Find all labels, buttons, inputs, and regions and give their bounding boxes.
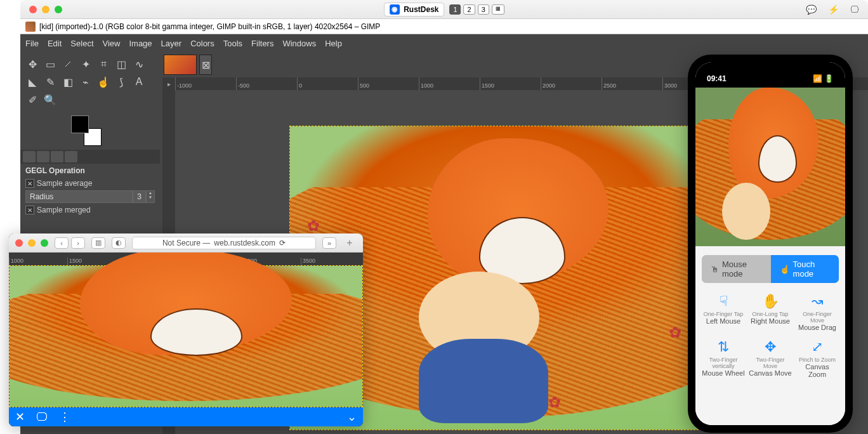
- text-tool-icon[interactable]: A: [131, 74, 147, 90]
- lasso-tool-icon[interactable]: ⟋: [60, 56, 76, 72]
- bolt-icon[interactable]: ⚡: [828, 4, 839, 15]
- gesture-canvas-zoom: ⤢ Pinch to Zoom Canvas Zoom: [796, 338, 839, 378]
- app-title: ◉ RustDesk: [384, 3, 444, 16]
- minimize-window-button[interactable]: [42, 6, 49, 13]
- browser-minimize-button[interactable]: [28, 239, 36, 247]
- menu-edit[interactable]: Edit: [48, 39, 62, 48]
- radius-value[interactable]: 3: [133, 190, 146, 203]
- tab-tool-options[interactable]: [23, 151, 36, 162]
- address-bar[interactable]: Not Secure — web.rustdesk.com ⟳: [132, 237, 316, 249]
- image-tab-close[interactable]: ⊠: [199, 55, 212, 75]
- warp-tool-icon[interactable]: ∿: [131, 56, 147, 72]
- radius-label: Radius: [25, 190, 133, 203]
- close-option-icon[interactable]: ✕: [25, 179, 34, 188]
- mouse-mode-button[interactable]: 🖱 Mouse mode: [702, 255, 771, 283]
- picker-tool-icon[interactable]: ✐: [24, 91, 41, 108]
- menu-image[interactable]: Image: [129, 39, 152, 48]
- desktop-1[interactable]: 1: [449, 4, 461, 15]
- zoom-tool-icon[interactable]: 🔍: [42, 91, 58, 108]
- close-option-icon-2[interactable]: ✕: [25, 206, 34, 214]
- rect-select-tool-icon[interactable]: ▭: [42, 56, 58, 72]
- address-prefix: Not Secure —: [162, 239, 210, 247]
- gimp-title-text: [kid] (imported)-1.0 (RGB color 8-bit ga…: [39, 22, 380, 31]
- gesture-mouse-wheel: ⇅ Two-Finger vertically Mouse Wheel: [702, 338, 745, 378]
- move-tool-icon[interactable]: ✥: [24, 56, 41, 72]
- tab-device-status[interactable]: [37, 151, 49, 162]
- display-icon[interactable]: 🖵: [850, 4, 859, 15]
- browser-close-button[interactable]: [15, 239, 23, 247]
- drag-icon: ↝: [796, 292, 839, 311]
- phone-mockup: 09:41 📶 🔋 🖱 Mouse mode ☝ Touch mode: [688, 55, 853, 433]
- input-mode-toggle[interactable]: 🖱 Mouse mode ☝ Touch mode: [702, 255, 839, 283]
- macos-titlebar: ◉ RustDesk 1 2 3 ▦ 💬 ⚡ 🖵: [20, 0, 868, 19]
- remote-collapse-icon[interactable]: ⌄: [347, 410, 357, 424]
- menu-tools[interactable]: Tools: [223, 39, 242, 48]
- maximize-window-button[interactable]: [55, 6, 62, 13]
- pan-icon: ✥: [749, 338, 792, 357]
- desktop-overview[interactable]: ▦: [492, 4, 504, 15]
- menu-colors[interactable]: Colors: [190, 39, 214, 48]
- tabs-overview-icon[interactable]: »: [322, 237, 336, 249]
- ruler-corner[interactable]: ▸: [162, 77, 175, 90]
- fg-color-swatch[interactable]: [71, 115, 89, 133]
- menu-file[interactable]: File: [25, 39, 39, 48]
- browser-maximize-button[interactable]: [41, 239, 48, 247]
- crop-tool-icon[interactable]: ⌗: [95, 56, 112, 72]
- tab-undo-history[interactable]: [51, 151, 63, 162]
- phone-status-icons: 📶 🔋: [813, 74, 834, 83]
- menu-select[interactable]: Select: [70, 39, 93, 48]
- gimp-titlebar: [kid] (imported)-1.0 (RGB color 8-bit ga…: [20, 19, 868, 34]
- browser-back-button[interactable]: ‹: [55, 237, 69, 249]
- tab-images[interactable]: [65, 151, 77, 162]
- phone-remote-view[interactable]: [695, 88, 845, 246]
- path-tool-icon[interactable]: ⟆: [113, 74, 129, 90]
- menu-view[interactable]: View: [103, 39, 121, 48]
- transform-tool-icon[interactable]: ◫: [113, 56, 129, 72]
- desktop-switcher[interactable]: 1 2 3 ▦: [449, 4, 504, 15]
- touch-mode-button[interactable]: ☝ Touch mode: [771, 255, 839, 283]
- menu-filters[interactable]: Filters: [251, 39, 273, 48]
- clone-tool-icon[interactable]: ⌁: [77, 74, 94, 90]
- option-sample-average[interactable]: ✕ Sample average: [20, 178, 160, 189]
- browser-viewport[interactable]: 1000 1500 2000 2500 3000 3500 ✕ 🖵 ⋮ ⌄: [9, 253, 363, 426]
- address-host: web.rustdesk.com: [214, 239, 275, 247]
- gimp-app-icon: [25, 22, 36, 32]
- brush-tool-icon[interactable]: ✎: [42, 74, 58, 90]
- browser-forward-button[interactable]: ›: [71, 237, 85, 249]
- remote-more-icon[interactable]: ⋮: [59, 410, 70, 424]
- remote-close-icon[interactable]: ✕: [15, 410, 25, 424]
- option-sample-merged[interactable]: ✕ Sample merged: [20, 204, 160, 216]
- menu-layer[interactable]: Layer: [161, 39, 182, 48]
- radius-input-row[interactable]: Radius 3 ▲▼: [20, 189, 160, 204]
- tap-icon: ☟: [702, 292, 745, 311]
- touch-icon: ☝: [780, 265, 790, 274]
- chat-icon[interactable]: 💬: [806, 4, 817, 15]
- desktop-3[interactable]: 3: [478, 4, 489, 15]
- gimp-menubar: File Edit Select View Image Layer Colors…: [20, 34, 868, 52]
- new-tab-button[interactable]: +: [343, 237, 357, 249]
- fg-bg-color-swatch[interactable]: [71, 115, 102, 146]
- mouse-mode-label: Mouse mode: [722, 260, 762, 279]
- wand-tool-icon[interactable]: ✦: [77, 56, 94, 72]
- shield-icon[interactable]: ◐: [112, 237, 126, 249]
- remote-control-bar: ✕ 🖵 ⋮ ⌄: [9, 407, 363, 426]
- desktop-2[interactable]: 2: [464, 4, 475, 15]
- sample-average-label: Sample average: [37, 179, 92, 188]
- touch-mode-label: Touch mode: [793, 260, 830, 279]
- remote-canvas-image[interactable]: [9, 265, 363, 407]
- sidebar-toggle-icon[interactable]: ▥: [91, 237, 105, 249]
- remote-display-icon[interactable]: 🖵: [36, 411, 48, 424]
- radius-stepper[interactable]: ▲▼: [146, 190, 155, 203]
- smudge-tool-icon[interactable]: ☝: [95, 74, 112, 90]
- close-window-button[interactable]: [29, 6, 37, 13]
- eraser-tool-icon[interactable]: ◧: [60, 74, 76, 90]
- app-name-label: RustDesk: [404, 5, 438, 14]
- gesture-right-mouse: ✋ One-Long Tap Right Mouse: [749, 292, 792, 331]
- menu-help[interactable]: Help: [325, 39, 342, 48]
- reload-icon[interactable]: ⟳: [279, 239, 286, 247]
- phone-control-panel: 🖱 Mouse mode ☝ Touch mode ☟ One-Finger T…: [695, 246, 845, 425]
- image-tab-kid[interactable]: [164, 55, 197, 75]
- menu-windows[interactable]: Windows: [282, 39, 316, 48]
- bucket-tool-icon[interactable]: ◣: [24, 74, 41, 90]
- gesture-grid: ☟ One-Finger Tap Left Mouse ✋ One-Long T…: [702, 292, 839, 378]
